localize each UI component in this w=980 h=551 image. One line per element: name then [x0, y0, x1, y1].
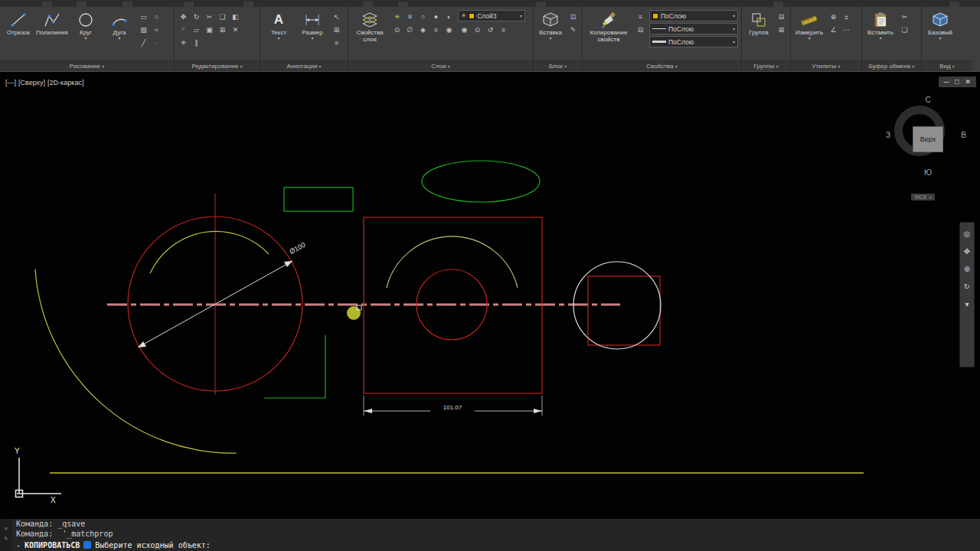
copy-clip-icon[interactable]: ❏: [898, 23, 911, 36]
green-polyline-entity[interactable]: [264, 335, 325, 398]
layer-isolate-icon[interactable]: ●: [430, 10, 443, 23]
restore-button[interactable]: □: [955, 78, 959, 86]
line-button[interactable]: Отрезок: [2, 8, 35, 36]
insert-flyout-caret[interactable]: ▾: [549, 36, 551, 41]
text-flyout-caret[interactable]: ▾: [277, 36, 279, 41]
layer-unisolate-icon[interactable]: ◐: [443, 10, 456, 23]
stretch-icon[interactable]: ▱: [190, 23, 203, 36]
point-icon[interactable]: ·: [150, 36, 163, 49]
scale-icon[interactable]: ▣: [203, 23, 216, 36]
mtext-icon[interactable]: ≡: [330, 36, 343, 49]
revision-cloud-icon[interactable]: ≈: [150, 23, 163, 36]
close-button[interactable]: ✕: [965, 78, 971, 86]
dimension-flyout-caret[interactable]: ▾: [311, 36, 313, 41]
edit-block-icon[interactable]: ✎: [567, 23, 580, 36]
layer-on-icon[interactable]: ☀: [390, 10, 403, 23]
command-prompt[interactable]: - КОПИРОВАТЬСВ Выберите исходный объект:: [12, 539, 980, 551]
properties-palette-icon[interactable]: ⊟: [634, 23, 647, 36]
id-point-icon[interactable]: ⊕: [827, 10, 840, 23]
mirror-icon[interactable]: ◧: [229, 10, 242, 23]
angle-icon[interactable]: ∠: [827, 23, 840, 36]
arc-button[interactable]: Дуга ▾: [103, 8, 136, 41]
navbar-more-icon[interactable]: ▾: [965, 300, 969, 308]
measure-flyout-caret[interactable]: ▾: [808, 36, 810, 41]
command-close-icon[interactable]: ✕: [5, 525, 8, 532]
orbit-icon[interactable]: ↻: [964, 282, 970, 291]
viewcube-top-face[interactable]: Верх: [913, 126, 943, 152]
wcs-dropdown[interactable]: МСК ▾: [911, 194, 935, 201]
prompt-options-icon[interactable]: [83, 541, 91, 549]
base-view-caret[interactable]: ▾: [939, 36, 941, 41]
fillet-icon[interactable]: ◜: [177, 23, 190, 36]
layer-walk-icon[interactable]: ⊙: [390, 23, 403, 36]
layer-states-icon[interactable]: ≡: [430, 23, 443, 36]
layer-dropdown[interactable]: ☀ Слой3 ▾: [458, 10, 525, 21]
panel-label-annotation[interactable]: Аннотации ▾: [260, 60, 348, 71]
viewport-visualstyle-control[interactable]: [2D-каркас]: [47, 79, 83, 86]
object-color-dropdown[interactable]: ПоСлою ▾: [649, 10, 738, 21]
viewport-menu-control[interactable]: [—]: [5, 79, 16, 86]
square-yellow-arc-entity[interactable]: [387, 236, 518, 288]
navigation-wheel-icon[interactable]: ◎: [964, 230, 971, 238]
table-icon[interactable]: ⊞: [330, 23, 343, 36]
match-properties-button[interactable]: Копирование свойств: [584, 8, 633, 43]
drawing-canvas[interactable]: Ø100: [0, 72, 980, 519]
layer-undo-icon[interactable]: ↺: [484, 23, 497, 36]
panel-label-draw[interactable]: Рисование ▾: [0, 60, 174, 71]
zoom-icon[interactable]: ⊕: [964, 265, 970, 273]
yellow-arc-entity[interactable]: [35, 269, 237, 453]
inner-yellow-arc-entity[interactable]: [150, 231, 269, 273]
group-button[interactable]: Группа: [743, 8, 774, 36]
quick-calc-icon[interactable]: ±: [840, 10, 853, 23]
viewcube-east[interactable]: В: [961, 131, 966, 139]
layer-freeze-icon[interactable]: ❄: [403, 10, 416, 23]
polyline-button[interactable]: Полилиния: [35, 8, 69, 36]
viewcube-south[interactable]: Ю: [887, 168, 969, 177]
pan-icon[interactable]: ✥: [964, 247, 970, 256]
viewcube-north[interactable]: С: [887, 96, 969, 104]
command-history[interactable]: Команда: _qsave Команда: '_matchprop - К…: [12, 519, 980, 551]
layer-match-icon[interactable]: ◈: [416, 23, 430, 36]
command-customize-icon[interactable]: ✎: [5, 535, 8, 542]
panel-label-block[interactable]: Блок ▾: [534, 60, 582, 71]
circle-flyout-caret[interactable]: ▾: [84, 36, 87, 41]
base-view-button[interactable]: Базовый ▾: [923, 8, 957, 41]
create-block-icon[interactable]: ⊡: [567, 10, 580, 23]
dimension-button[interactable]: Размер ▾: [296, 8, 329, 41]
measure-button[interactable]: Измерить ▾: [792, 8, 826, 41]
selection-grip[interactable]: [347, 305, 361, 320]
insert-button[interactable]: Вставка ▾: [535, 8, 566, 41]
text-button[interactable]: A Текст ▾: [262, 8, 296, 41]
utilities-more-icon[interactable]: ⋯: [840, 23, 853, 36]
offset-icon[interactable]: ∥: [190, 36, 203, 49]
paste-flyout-caret[interactable]: ▾: [879, 36, 881, 41]
green-ellipse-entity[interactable]: [422, 161, 540, 202]
move-icon[interactable]: ✥: [177, 10, 190, 23]
layer-list-icon[interactable]: ≡: [497, 23, 510, 36]
viewport-view-control[interactable]: [Сверху]: [18, 79, 45, 86]
layer-off-icon[interactable]: ○: [416, 10, 430, 23]
panel-label-utilities[interactable]: Утилиты ▾: [791, 60, 861, 71]
panel-label-groups[interactable]: Группы ▾: [742, 60, 790, 71]
green-rectangle-entity[interactable]: [284, 187, 353, 211]
panel-label-layers[interactable]: Слои ▾: [348, 60, 533, 71]
circle-button[interactable]: Круг ▾: [69, 8, 103, 41]
rectangle-icon[interactable]: ▭: [137, 10, 150, 23]
leader-icon[interactable]: ↖: [330, 10, 343, 23]
ungroup-icon[interactable]: ⊟: [775, 10, 788, 23]
make-current-icon[interactable]: ◉: [458, 23, 471, 36]
layer-current-icon[interactable]: ◉: [443, 23, 456, 36]
layer-properties-button[interactable]: Свойства слоя: [350, 8, 390, 43]
viewcube[interactable]: Верх С Ю З В: [887, 98, 969, 181]
linear-dimension-entity[interactable]: 101.07: [364, 396, 542, 416]
explode-icon[interactable]: ✳: [177, 36, 190, 49]
group-edit-icon[interactable]: ⊞: [775, 23, 788, 36]
minimize-button[interactable]: ─: [944, 78, 949, 86]
cut-icon[interactable]: ✂: [898, 10, 911, 23]
linetype-dropdown[interactable]: ПоСлою ▾: [649, 23, 738, 34]
panel-label-view[interactable]: Вид ▾: [922, 60, 972, 71]
trim-icon[interactable]: ✂: [203, 10, 216, 23]
ray-icon[interactable]: ╱: [137, 36, 150, 49]
ellipse-icon[interactable]: ○: [150, 10, 163, 23]
layer-prev-icon[interactable]: ⊙: [471, 23, 484, 36]
